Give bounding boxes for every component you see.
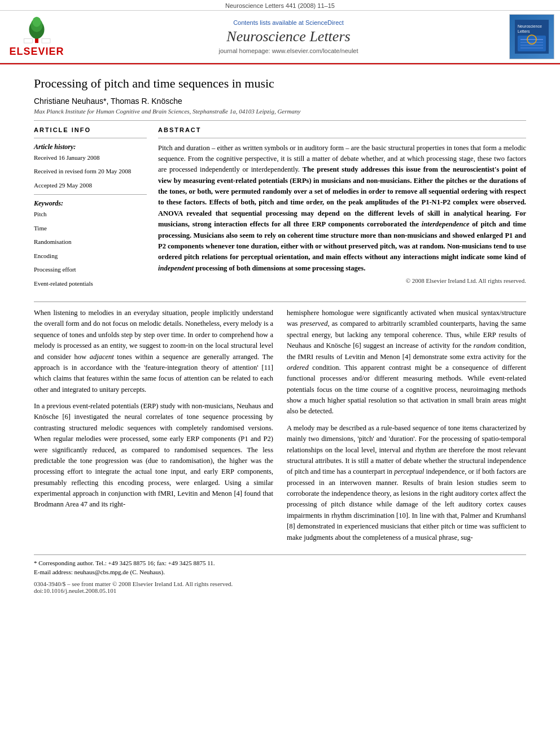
keyword-randomisation: Randomisation [34, 237, 147, 247]
svg-rect-5 [42, 38, 50, 43]
article-accepted: Accepted 29 May 2008 [34, 181, 147, 190]
body-left-p1: When listening to melodies in an everyda… [34, 308, 273, 395]
keyword-time: Time [34, 224, 147, 233]
cover-graphic-icon: Neuroscience Letters [515, 20, 549, 54]
abstract-divider [158, 138, 526, 138]
body-column-left: When listening to melodies in an everyda… [34, 308, 273, 549]
keywords-divider [34, 194, 147, 195]
footnote-email: E-mail address: neuhaus@cbs.mpg.de (C. N… [34, 567, 526, 577]
journal-cover-inner: Neuroscience Letters [510, 15, 554, 59]
article-info-divider [34, 138, 147, 138]
keyword-encoding: Encoding [34, 251, 147, 261]
science-direct-anchor[interactable]: ScienceDirect [305, 19, 344, 26]
article-info-column: ARTICLE INFO Article history: Received 1… [34, 126, 147, 293]
article-divider [34, 120, 526, 121]
elsevier-brand-text: ELSEVIER [9, 46, 64, 58]
keyword-pitch: Pitch [34, 209, 147, 219]
article-history-label: Article history: [34, 143, 147, 151]
footnote-star: * Corresponding author. Tel.: +49 3425 8… [34, 558, 526, 568]
keyword-processing-effort: Processing effort [34, 265, 147, 274]
article-container: Processing of pitch and time sequences i… [0, 64, 560, 611]
keywords-label: Keywords: [34, 199, 147, 208]
abstract-label: ABSTRACT [158, 126, 526, 133]
body-column-right: hemisphere homologue were significantly … [287, 308, 526, 549]
article-abstract-column: ABSTRACT Pitch and duration – either as … [158, 126, 526, 293]
svg-rect-4 [24, 38, 33, 43]
journal-homepage: journal homepage: www.elsevier.com/locat… [79, 47, 498, 54]
journal-header: Neuroscience Letters 441 (2008) 11–15 EL… [0, 0, 560, 64]
article-title: Processing of pitch and time sequences i… [34, 76, 526, 92]
journal-center: Contents lists available at ScienceDirec… [68, 19, 509, 54]
article-authors: Christiane Neuhaus*, Thomas R. Knösche [34, 97, 526, 106]
abstract-text: Pitch and duration – either as written s… [158, 143, 526, 274]
journal-cover-image: Neuroscience Letters [509, 14, 554, 59]
journal-header-main: ELSEVIER Contents lists available at Sci… [0, 10, 560, 63]
science-direct-link[interactable]: Contents lists available at ScienceDirec… [79, 19, 498, 26]
svg-text:Letters: Letters [518, 29, 530, 33]
article-columns: ARTICLE INFO Article history: Received 1… [34, 126, 526, 293]
body-divider [34, 302, 526, 302]
article-info-label: ARTICLE INFO [34, 126, 147, 133]
svg-text:Neuroscience: Neuroscience [518, 24, 542, 28]
body-right-p1: hemisphere homologue were significantly … [287, 308, 526, 417]
body-columns: When listening to melodies in an everyda… [34, 308, 526, 549]
article-received: Received 16 January 2008 [34, 153, 147, 163]
elsevier-tree-icon [20, 16, 54, 45]
journal-title: Neuroscience Letters [79, 28, 498, 45]
journal-top-ref: Neuroscience Letters 441 (2008) 11–15 [0, 0, 560, 10]
copyright-text: © 2008 Elsevier Ireland Ltd. All rights … [158, 277, 526, 284]
body-left-p2: In a previous event-related potentials (… [34, 401, 273, 510]
footnote-doi: doi:10.1016/j.neulet.2008.05.101 [34, 587, 526, 594]
footnote-issn: 0304-3940/$ – see front matter © 2008 El… [34, 580, 526, 587]
keyword-erp: Event-related potentials [34, 279, 147, 289]
footnote-bottom: 0304-3940/$ – see front matter © 2008 El… [34, 580, 526, 594]
svg-rect-9 [518, 36, 546, 51]
elsevier-logo: ELSEVIER [6, 16, 68, 58]
article-affiliation: Max Planck Institute for Human Cognitive… [34, 108, 526, 115]
svg-point-3 [33, 16, 41, 27]
body-right-p2: A melody may be described as a rule-base… [287, 423, 526, 543]
footnote-section: * Corresponding author. Tel.: +49 3425 8… [34, 554, 526, 577]
article-revised: Received in revised form 20 May 2008 [34, 167, 147, 176]
